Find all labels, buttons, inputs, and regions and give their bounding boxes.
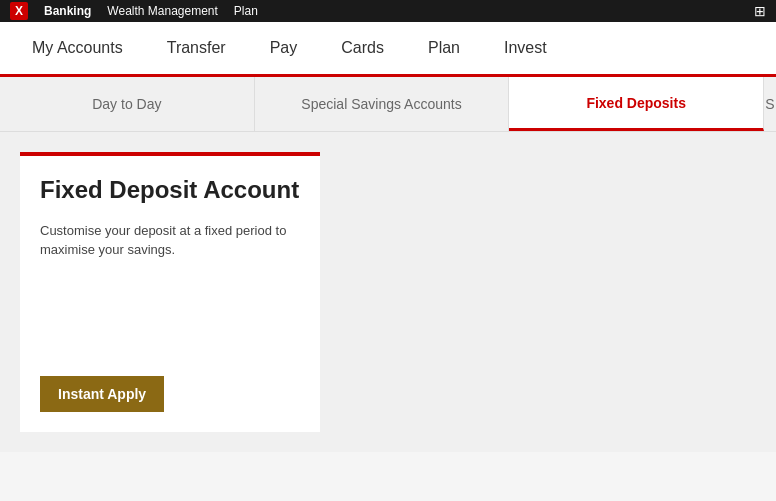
tab-bar: Day to Day Special Savings Accounts Fixe… — [0, 77, 776, 132]
product-card: Fixed Deposit Account Customise your dep… — [20, 152, 320, 432]
card-body: Fixed Deposit Account Customise your dep… — [40, 176, 300, 260]
top-bar: X Banking Wealth Management Plan ⊞ — [0, 0, 776, 22]
card-title: Fixed Deposit Account — [40, 176, 300, 205]
top-nav-plan[interactable]: Plan — [234, 4, 258, 18]
instant-apply-button[interactable]: Instant Apply — [40, 376, 164, 412]
nav-my-accounts[interactable]: My Accounts — [10, 21, 145, 76]
grid-icon[interactable]: ⊞ — [754, 3, 766, 19]
card-footer: Instant Apply — [40, 376, 300, 412]
nav-transfer[interactable]: Transfer — [145, 21, 248, 76]
nav-invest[interactable]: Invest — [482, 21, 569, 76]
tab-day-to-day[interactable]: Day to Day — [0, 77, 255, 131]
tab-fixed-deposits[interactable]: Fixed Deposits — [509, 77, 764, 131]
card-description: Customise your deposit at a fixed period… — [40, 221, 300, 260]
main-nav: My Accounts Transfer Pay Cards Plan Inve… — [0, 22, 776, 77]
top-nav-wealth[interactable]: Wealth Management — [107, 4, 218, 18]
logo-text: X — [15, 4, 23, 18]
tab-special-savings[interactable]: Special Savings Accounts — [255, 77, 510, 131]
nav-pay[interactable]: Pay — [248, 21, 320, 76]
tab-partial[interactable]: S — [764, 77, 776, 131]
nav-cards[interactable]: Cards — [319, 21, 406, 76]
top-bar-right: ⊞ — [754, 2, 766, 20]
content-area: Fixed Deposit Account Customise your dep… — [0, 132, 776, 452]
bank-logo[interactable]: X — [10, 2, 28, 20]
nav-plan[interactable]: Plan — [406, 21, 482, 76]
top-nav-banking[interactable]: Banking — [44, 4, 91, 18]
